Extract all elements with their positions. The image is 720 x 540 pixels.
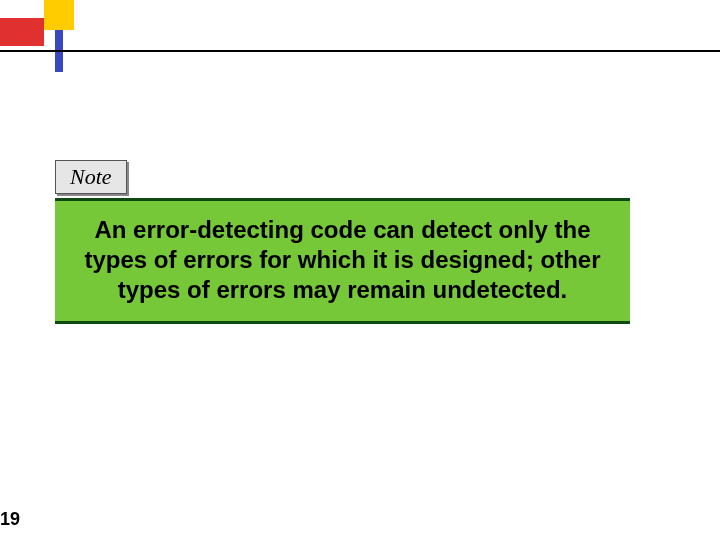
yellow-square (44, 0, 74, 30)
note-label: Note (55, 160, 127, 194)
decorative-corner (0, 0, 120, 80)
page-number: 19 (0, 509, 20, 530)
note-box: Note An error-detecting code can detect … (55, 160, 630, 324)
note-body-text: An error-detecting code can detect only … (55, 198, 630, 324)
horizontal-divider (0, 50, 720, 52)
red-bar (0, 18, 44, 46)
